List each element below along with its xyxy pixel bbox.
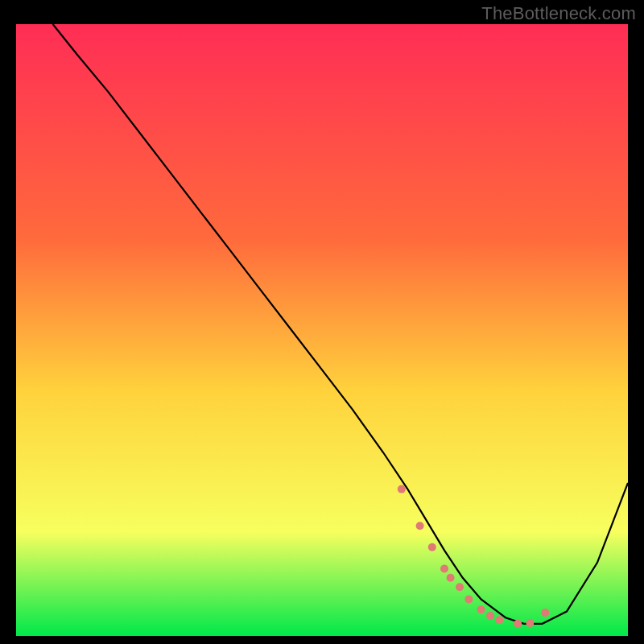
highlight-dot: [440, 564, 448, 572]
plot-area: [16, 24, 628, 636]
highlight-dot: [514, 620, 522, 628]
highlight-dot: [486, 612, 494, 620]
watermark-text: TheBottleneck.com: [481, 3, 636, 24]
highlight-dot: [456, 583, 464, 591]
highlight-dot: [428, 543, 436, 551]
highlight-dot: [464, 595, 473, 603]
chart-svg: [16, 24, 628, 636]
highlight-dot: [416, 522, 424, 530]
highlight-dot: [477, 605, 485, 613]
highlight-dot: [526, 619, 534, 627]
highlight-dot: [447, 574, 455, 582]
highlight-dot: [541, 609, 549, 617]
chart-frame: TheBottleneck.com: [0, 0, 644, 644]
highlight-dot: [495, 616, 503, 624]
gradient-background: [16, 24, 628, 636]
highlight-dot: [398, 485, 406, 493]
